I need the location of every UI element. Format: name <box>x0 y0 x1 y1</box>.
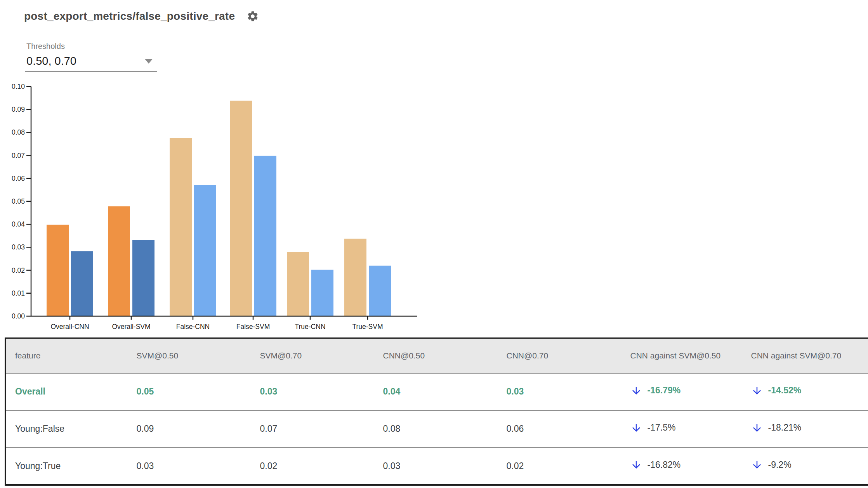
x-axis-category-label: Overall-CNN <box>50 323 89 331</box>
y-axis-tick-label: 0.09 <box>12 106 25 113</box>
diff-cell: -14.52% <box>742 373 868 410</box>
y-axis-tick-label: 0.00 <box>12 312 25 320</box>
bar-True-SVM-threshold-0.50[interactable] <box>344 239 366 316</box>
arrow-down-icon <box>630 422 642 434</box>
bar-Overall-CNN-threshold-0.50[interactable] <box>47 225 69 316</box>
y-axis-tick-label: 0.10 <box>12 83 25 90</box>
settings-gear-icon[interactable] <box>247 10 259 22</box>
bar-False-CNN-threshold-0.50[interactable] <box>170 138 192 316</box>
value-cell: 0.03 <box>127 448 251 485</box>
metric-header: post_export_metrics/false_positive_rate <box>24 10 259 22</box>
feature-cell[interactable]: Young:False <box>5 410 127 448</box>
table-row-young-true[interactable]: Young:True 0.03 0.02 0.03 0.02 -16.82% -… <box>5 448 868 485</box>
x-axis-category-label: True-CNN <box>295 323 325 331</box>
arrow-down-icon <box>751 384 763 397</box>
x-axis-category-label: True-SVM <box>352 323 383 331</box>
thresholds-select[interactable]: Thresholds 0.50, 0.70 <box>25 42 157 72</box>
diff-cell: -16.82% <box>621 448 742 485</box>
value-cell: 0.08 <box>374 410 497 448</box>
bar-Overall-SVM-threshold-0.50[interactable] <box>108 206 130 316</box>
col-header-svm-050: SVM@0.50 <box>127 338 251 373</box>
arrow-down-icon <box>751 422 763 434</box>
value-cell: 0.03 <box>374 448 497 485</box>
feature-cell[interactable]: Young:True <box>5 448 127 485</box>
y-axis-tick-label: 0.01 <box>12 289 25 297</box>
x-axis-category-label: False-SVM <box>236 323 270 331</box>
bar-Overall-CNN-threshold-0.70[interactable] <box>71 251 93 316</box>
false-positive-rate-bar-chart: 0.000.010.020.030.040.050.060.070.080.09… <box>0 78 435 341</box>
value-cell: 0.06 <box>497 410 621 448</box>
diff-cell: -16.79% <box>621 373 742 410</box>
value-cell: 0.09 <box>127 410 251 448</box>
y-axis-tick-label: 0.08 <box>12 128 25 136</box>
value-cell: 0.04 <box>374 373 497 410</box>
y-axis-tick-label: 0.04 <box>12 220 25 228</box>
col-header-feature: feature <box>5 338 127 373</box>
bar-True-SVM-threshold-0.70[interactable] <box>369 266 391 316</box>
diff-cell: -9.2% <box>742 448 868 485</box>
value-cell: 0.03 <box>497 373 621 410</box>
diff-cell: -17.5% <box>621 410 742 448</box>
table-header-row: feature SVM@0.50 SVM@0.70 CNN@0.50 CNN@0… <box>5 338 868 373</box>
bar-False-SVM-threshold-0.70[interactable] <box>254 156 276 316</box>
bar-True-CNN-threshold-0.70[interactable] <box>311 270 333 316</box>
table-row-overall[interactable]: Overall 0.05 0.03 0.04 0.03 -16.79% -14.… <box>5 373 868 410</box>
thresholds-value: 0.50, 0.70 <box>26 55 76 67</box>
diff-cell: -18.21% <box>742 410 868 448</box>
col-header-cnn-070: CNN@0.70 <box>497 338 621 373</box>
thresholds-label: Thresholds <box>25 42 157 51</box>
y-axis-tick-label: 0.03 <box>12 243 25 251</box>
table-row-young-false[interactable]: Young:False 0.09 0.07 0.08 0.06 -17.5% -… <box>5 410 868 448</box>
y-axis-tick-label: 0.07 <box>12 152 25 159</box>
bar-False-SVM-threshold-0.50[interactable] <box>230 101 252 316</box>
x-axis-category-label: Overall-SVM <box>112 323 150 331</box>
col-header-cnn-vs-svm-070: CNN against SVM@0.70 <box>742 338 868 373</box>
arrow-down-icon <box>751 459 763 471</box>
col-header-cnn-050: CNN@0.50 <box>374 338 497 373</box>
x-axis-category-label: False-CNN <box>176 323 210 331</box>
bar-False-CNN-threshold-0.70[interactable] <box>194 185 216 316</box>
arrow-down-icon <box>630 384 642 397</box>
y-axis-tick-label: 0.02 <box>12 266 25 274</box>
metrics-table: feature SVM@0.50 SVM@0.70 CNN@0.50 CNN@0… <box>5 337 868 486</box>
value-cell: 0.03 <box>251 373 374 410</box>
bar-Overall-SVM-threshold-0.70[interactable] <box>132 240 155 316</box>
y-axis-tick-label: 0.06 <box>12 175 25 182</box>
col-header-cnn-vs-svm-050: CNN against SVM@0.50 <box>621 338 742 373</box>
y-axis-tick-label: 0.05 <box>12 197 25 205</box>
col-header-svm-070: SVM@0.70 <box>251 338 374 373</box>
value-cell: 0.02 <box>497 448 621 485</box>
bar-True-CNN-threshold-0.50[interactable] <box>287 252 309 316</box>
dropdown-caret-icon <box>145 59 153 64</box>
value-cell: 0.07 <box>251 410 374 448</box>
page-title: post_export_metrics/false_positive_rate <box>24 10 235 22</box>
feature-cell[interactable]: Overall <box>5 373 127 410</box>
arrow-down-icon <box>630 459 642 471</box>
value-cell: 0.02 <box>251 448 374 485</box>
value-cell: 0.05 <box>127 373 251 410</box>
bar-chart-svg: 0.000.010.020.030.040.050.060.070.080.09… <box>0 78 435 341</box>
